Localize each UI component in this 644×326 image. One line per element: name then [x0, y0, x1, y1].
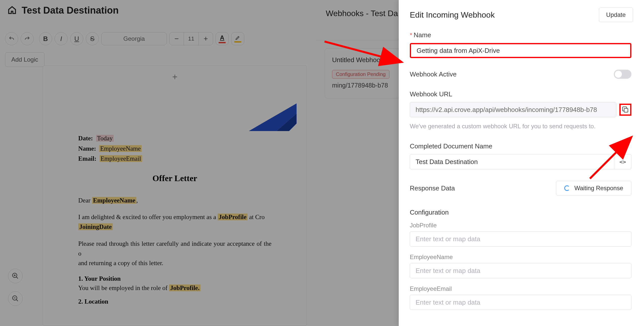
- url-label: Webhook URL: [410, 90, 631, 98]
- zoom-in-icon[interactable]: [8, 269, 23, 283]
- copy-icon: [622, 106, 629, 113]
- svg-line-6: [325, 42, 400, 62]
- var-employee-email[interactable]: EmployeeEmail: [100, 155, 142, 162]
- font-size-dec-icon[interactable]: −: [170, 32, 184, 45]
- drawer-title: Edit Incoming Webhook: [410, 10, 495, 20]
- field-input-jobprofile[interactable]: [410, 231, 631, 247]
- doc-logo: [78, 103, 271, 134]
- status-badge: Configuration Pending: [332, 70, 389, 79]
- response-label: Response Data: [410, 184, 455, 192]
- doc-name-input[interactable]: [410, 154, 614, 169]
- copy-url-button[interactable]: [619, 104, 631, 116]
- active-label: Webhook Active: [410, 70, 457, 78]
- field-label-employeename: EmployeeName: [410, 254, 631, 261]
- text-color-button[interactable]: A: [216, 32, 229, 45]
- redo-icon[interactable]: [21, 32, 34, 45]
- url-hint: We've generated a custom webhook URL for…: [410, 122, 631, 131]
- field-label-employeeemail: EmployeeEmail: [410, 285, 631, 292]
- spinner-icon: [564, 185, 570, 191]
- strike-icon[interactable]: S: [86, 32, 99, 45]
- annotation-arrow-2: [585, 133, 640, 190]
- doc-title: Offer Letter: [78, 174, 271, 183]
- var-jobprofile-2[interactable]: JobProfile.: [169, 284, 200, 291]
- page-title: Test Data Destination: [22, 5, 119, 16]
- field-label-jobprofile: JobProfile: [410, 222, 631, 229]
- name-input[interactable]: [410, 43, 631, 58]
- var-jobprofile-1[interactable]: JobProfile: [218, 214, 248, 220]
- highlight-color-button[interactable]: [231, 32, 244, 45]
- home-icon[interactable]: [8, 6, 17, 16]
- var-joiningdate[interactable]: JoiningDate: [78, 223, 113, 230]
- configuration-heading: Configuration: [410, 209, 631, 216]
- field-input-employeename[interactable]: [410, 263, 631, 278]
- add-block-icon[interactable]: +: [43, 66, 307, 88]
- font-size-value[interactable]: 11: [184, 32, 199, 45]
- undo-icon[interactable]: [5, 32, 18, 45]
- name-label: Name: [414, 31, 431, 39]
- var-greeting-name[interactable]: EmployeeName: [92, 197, 136, 204]
- update-button[interactable]: Update: [599, 8, 633, 22]
- document-canvas[interactable]: + Date: Today Name: EmployeeName Email: …: [43, 65, 307, 326]
- svg-rect-4: [624, 108, 628, 112]
- bold-icon[interactable]: B: [39, 32, 52, 45]
- add-logic-button[interactable]: Add Logic: [5, 52, 45, 67]
- font-family-select[interactable]: Georgia: [101, 32, 167, 45]
- svg-line-8: [590, 138, 630, 179]
- underline-icon[interactable]: U: [70, 32, 83, 45]
- webhook-url-input[interactable]: [410, 102, 616, 117]
- font-size-stepper[interactable]: − 11 +: [169, 32, 213, 45]
- var-today[interactable]: Today: [96, 135, 114, 142]
- active-toggle[interactable]: [614, 70, 631, 79]
- zoom-out-icon[interactable]: [8, 291, 23, 306]
- field-input-employeeemail[interactable]: [410, 295, 631, 310]
- italic-icon[interactable]: I: [55, 32, 68, 45]
- annotation-arrow-1: [322, 39, 408, 70]
- var-employee-name[interactable]: EmployeeName: [99, 145, 142, 152]
- font-size-inc-icon[interactable]: +: [199, 32, 213, 45]
